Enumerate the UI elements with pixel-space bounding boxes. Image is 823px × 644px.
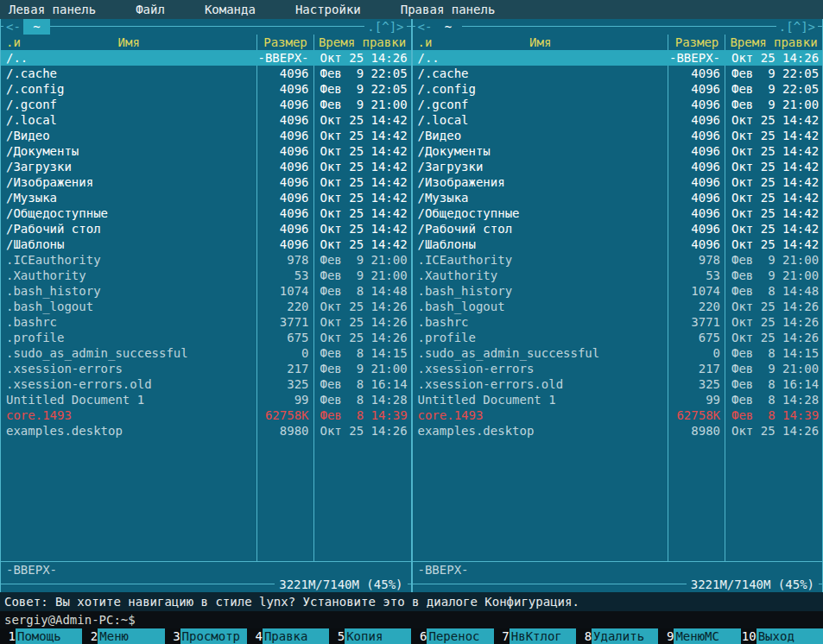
file-row[interactable]: examples.desktop8980Окт 25 14:26 — [413, 423, 823, 439]
fkey-label: Перенос — [427, 628, 493, 644]
file-row[interactable]: /Документы4096Окт 25 14:42 — [1, 143, 411, 159]
column-header-name[interactable]: .иИмя — [413, 35, 669, 50]
file-row[interactable]: .Xauthority53Фев 9 21:00 — [1, 268, 411, 283]
fkey-button[interactable]: 8Удалить — [576, 628, 658, 644]
column-headers: .иИмя Размер Время правки — [413, 35, 823, 50]
file-row[interactable]: /Документы4096Окт 25 14:42 — [413, 143, 823, 159]
file-row[interactable]: /Изображения4096Окт 25 14:42 — [413, 174, 823, 190]
left-panel-path[interactable]: ~ — [23, 19, 50, 35]
file-row[interactable]: .ICEauthority978Фев 9 21:00 — [1, 252, 411, 268]
file-mtime: Окт 25 14:42 — [725, 174, 822, 190]
file-row[interactable]: /Загрузки4096Окт 25 14:42 — [1, 159, 411, 174]
file-row[interactable]: .bashrc3771Окт 25 14:26 — [1, 314, 411, 330]
file-row[interactable]: .sudo_as_admin_successful0Фев 8 14:15 — [413, 345, 823, 361]
right-panel-path[interactable]: ~ — [434, 19, 461, 35]
file-size: 4096 — [257, 174, 314, 190]
fkey-button[interactable]: 6Перенос — [411, 628, 493, 644]
file-mtime: Фев 9 21:00 — [725, 268, 822, 283]
file-mtime: Окт 25 14:42 — [725, 143, 822, 159]
file-mtime: Окт 25 14:42 — [725, 190, 822, 205]
file-row[interactable]: examples.desktop8980Окт 25 14:26 — [1, 423, 411, 439]
column-header-mtime[interactable]: Время правки — [314, 35, 411, 50]
file-row[interactable]: .xsession-errors217Фев 9 21:00 — [1, 361, 411, 376]
command-line[interactable]: sergiy@Admin-PC:~$ — [0, 611, 823, 628]
column-header-size[interactable]: Размер — [257, 35, 314, 50]
fkey-button[interactable]: 3Просмотр — [165, 628, 247, 644]
file-row[interactable]: /Шаблоны4096Окт 25 14:42 — [1, 237, 411, 252]
fkey-button[interactable]: 2Меню — [82, 628, 164, 644]
file-row[interactable]: .bash_logout220Окт 25 14:26 — [413, 299, 823, 314]
file-row[interactable]: /.cache4096Фев 9 22:05 — [1, 66, 411, 81]
file-row[interactable]: /.gconf4096Фев 9 21:00 — [413, 97, 823, 112]
file-size: 62758K — [257, 407, 314, 423]
file-row[interactable]: /Шаблоны4096Окт 25 14:42 — [413, 237, 823, 252]
file-row[interactable]: /Рабочий стол4096Окт 25 14:42 — [413, 221, 823, 237]
file-row[interactable]: .xsession-errors217Фев 9 21:00 — [413, 361, 823, 376]
file-name: /Загрузки — [413, 159, 669, 174]
mini-status: -ВВЕРХ- — [1, 561, 411, 577]
file-name: .sudo_as_admin_successful — [1, 345, 257, 361]
fkey-button[interactable]: 5Копия — [329, 628, 411, 644]
file-size: 4096 — [668, 205, 725, 221]
file-row[interactable]: /.config4096Фев 9 22:05 — [1, 81, 411, 97]
file-name: /Шаблоны — [413, 237, 669, 252]
file-row[interactable]: Untitled Document 199Фев 8 14:28 — [1, 392, 411, 407]
file-row[interactable]: /Общедоступные4096Окт 25 14:42 — [413, 205, 823, 221]
fkey-button[interactable]: 9МенюМС — [658, 628, 740, 644]
file-row[interactable]: /.gconf4096Фев 9 21:00 — [1, 97, 411, 112]
column-header-mtime[interactable]: Время правки — [725, 35, 822, 50]
panel-scroll-left-icon[interactable]: <- — [3, 19, 23, 35]
menu-item[interactable]: Файл — [136, 2, 165, 17]
file-row[interactable]: .xsession-errors.old325Фев 8 16:14 — [1, 376, 411, 392]
file-row[interactable]: /Видео4096Окт 25 14:42 — [1, 128, 411, 143]
file-row[interactable]: .profile675Окт 25 14:26 — [413, 330, 823, 345]
file-size: 99 — [668, 392, 725, 407]
file-row[interactable]: /..-ВВЕРХ-Окт 25 14:26 — [1, 50, 411, 66]
panel-nav-buttons[interactable]: .[^]> — [776, 19, 818, 35]
fkey-button[interactable]: 1Помощь — [0, 628, 82, 644]
fkey-button[interactable]: 10Выход — [741, 628, 823, 644]
file-row[interactable]: .xsession-errors.old325Фев 8 16:14 — [413, 376, 823, 392]
file-row[interactable]: Untitled Document 199Фев 8 14:28 — [413, 392, 823, 407]
panel-scroll-left-icon[interactable]: <- — [415, 19, 435, 35]
file-row[interactable]: /Музыка4096Окт 25 14:42 — [413, 190, 823, 205]
file-row[interactable]: core.149362758KФев 8 14:39 — [413, 407, 823, 423]
panel-nav-buttons[interactable]: .[^]> — [364, 19, 406, 35]
file-row[interactable]: .bash_history1074Фев 8 14:48 — [413, 283, 823, 299]
file-row[interactable]: /.local4096Окт 25 14:42 — [413, 112, 823, 128]
column-header-name[interactable]: .иИмя — [1, 35, 257, 50]
file-row[interactable]: /..-ВВЕРХ-Окт 25 14:26 — [413, 50, 823, 66]
file-size: 217 — [668, 361, 725, 376]
fkey-button[interactable]: 7НвКтлог — [494, 628, 576, 644]
file-row[interactable]: .bashrc3771Окт 25 14:26 — [413, 314, 823, 330]
column-header-size[interactable]: Размер — [668, 35, 725, 50]
file-row[interactable]: /.config4096Фев 9 22:05 — [413, 81, 823, 97]
file-row[interactable]: .bash_logout220Окт 25 14:26 — [1, 299, 411, 314]
file-row[interactable]: .sudo_as_admin_successful0Фев 8 14:15 — [1, 345, 411, 361]
file-row[interactable]: /Музыка4096Окт 25 14:42 — [1, 190, 411, 205]
menu-item[interactable]: Команда — [205, 2, 256, 17]
menu-item[interactable]: Правая панель — [401, 2, 496, 17]
file-row[interactable]: /Рабочий стол4096Окт 25 14:42 — [1, 221, 411, 237]
menu-item[interactable]: Настройки — [295, 2, 361, 17]
file-row[interactable]: /Видео4096Окт 25 14:42 — [413, 128, 823, 143]
file-row[interactable]: .ICEauthority978Фев 9 21:00 — [413, 252, 823, 268]
file-row[interactable]: .profile675Окт 25 14:26 — [1, 330, 411, 345]
fkey-button[interactable]: 4Правка — [247, 628, 329, 644]
file-size: 0 — [257, 345, 314, 361]
file-name: .profile — [413, 330, 669, 345]
file-row[interactable]: .Xauthority53Фев 9 21:00 — [413, 268, 823, 283]
file-row[interactable]: /Загрузки4096Окт 25 14:42 — [413, 159, 823, 174]
file-row[interactable]: /Общедоступные4096Окт 25 14:42 — [1, 205, 411, 221]
file-row[interactable]: /.local4096Окт 25 14:42 — [1, 112, 411, 128]
file-mtime: Окт 25 14:42 — [725, 221, 822, 237]
menu-item[interactable]: Левая панель — [9, 2, 96, 17]
file-name: /.. — [413, 50, 669, 66]
file-row[interactable]: core.149362758KФев 8 14:39 — [1, 407, 411, 423]
file-row[interactable]: /.cache4096Фев 9 22:05 — [413, 66, 823, 81]
file-row[interactable]: /Изображения4096Окт 25 14:42 — [1, 174, 411, 190]
file-size: 4096 — [257, 128, 314, 143]
file-row[interactable]: .bash_history1074Фев 8 14:48 — [1, 283, 411, 299]
file-mtime: Фев 8 14:48 — [725, 283, 822, 299]
panel-bottom-frame: 3221M/7140M (45%) — [413, 577, 823, 592]
